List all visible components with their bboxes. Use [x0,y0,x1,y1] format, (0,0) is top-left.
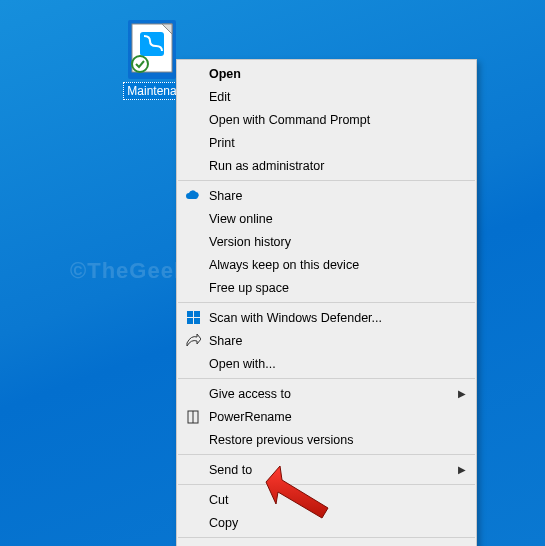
menu-label: Share [209,334,446,348]
menu-item-defender[interactable]: Scan with Windows Defender... [177,306,476,329]
menu-item-open[interactable]: Open [177,62,476,85]
menu-label: Run as administrator [209,159,446,173]
menu-separator [178,484,475,485]
menu-item-run-admin[interactable]: Run as administrator [177,154,476,177]
menu-label: Print [209,136,446,150]
menu-label: Open with Command Prompt [209,113,446,127]
menu-item-open-cmd[interactable]: Open with Command Prompt [177,108,476,131]
menu-label: Always keep on this device [209,258,446,272]
menu-label: Version history [209,235,446,249]
menu-label: Scan with Windows Defender... [209,311,446,325]
menu-label: View online [209,212,446,226]
menu-label: PowerRename [209,410,446,424]
menu-label: Cut [209,493,446,507]
menu-item-cut[interactable]: Cut [177,488,476,511]
svg-rect-5 [194,311,200,317]
menu-item-open-with[interactable]: Open with... [177,352,476,375]
batch-file-icon [128,20,176,79]
menu-item-free-up[interactable]: Free up space [177,276,476,299]
menu-separator [178,180,475,181]
svg-rect-4 [187,311,193,317]
menu-item-always-keep[interactable]: Always keep on this device [177,253,476,276]
desktop-file-label: Maintena [123,82,180,100]
menu-label: Edit [209,90,446,104]
menu-separator [178,454,475,455]
svg-rect-6 [187,318,193,324]
svg-point-3 [132,56,148,72]
menu-separator [178,378,475,379]
menu-label: Open [209,67,446,81]
chevron-right-icon: ▶ [458,464,466,475]
menu-label: Free up space [209,281,446,295]
powerrename-icon [177,410,209,424]
menu-label: Send to [209,463,446,477]
svg-rect-7 [194,318,200,324]
menu-label: Restore previous versions [209,433,446,447]
menu-item-copy[interactable]: Copy [177,511,476,534]
menu-item-version-history[interactable]: Version history [177,230,476,253]
menu-item-view-online[interactable]: View online [177,207,476,230]
menu-item-share[interactable]: Share [177,329,476,352]
chevron-right-icon: ▶ [458,388,466,399]
menu-label: Open with... [209,357,446,371]
menu-item-edit[interactable]: Edit [177,85,476,108]
defender-icon [177,310,209,325]
menu-item-create-shortcut[interactable]: Create shortcut [177,541,476,546]
menu-item-send-to[interactable]: Send to ▶ [177,458,476,481]
cloud-icon [177,190,209,201]
menu-label: Copy [209,516,446,530]
menu-item-restore-previous[interactable]: Restore previous versions [177,428,476,451]
menu-item-powerrename[interactable]: PowerRename [177,405,476,428]
menu-item-share-onedrive[interactable]: Share [177,184,476,207]
menu-item-give-access[interactable]: Give access to ▶ [177,382,476,405]
menu-separator [178,537,475,538]
share-icon [177,334,209,347]
menu-item-print[interactable]: Print [177,131,476,154]
menu-label: Give access to [209,387,446,401]
menu-label: Share [209,189,446,203]
context-menu: Open Edit Open with Command Prompt Print… [176,59,477,546]
menu-separator [178,302,475,303]
